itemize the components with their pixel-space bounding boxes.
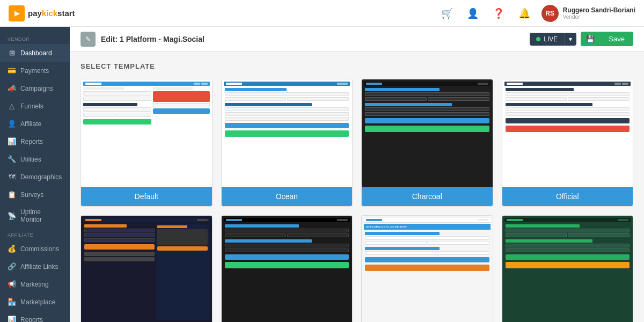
user-role: Vendor	[563, 14, 635, 20]
reports-icon: 📊	[8, 137, 16, 145]
template-preview-distinct: Get PressPlay v2.0 For Just USD $52.00	[362, 216, 493, 322]
sub-header-left: ✎ Edit: 1 Platform - Magi.Social	[80, 32, 204, 47]
template-label-ocean[interactable]: Ocean	[222, 187, 353, 206]
sidebar-item-label: Reports	[20, 138, 43, 145]
template-preview-official	[502, 79, 633, 187]
sidebar-item-marketplace[interactable]: 🏪 Marketplace	[0, 293, 70, 311]
template-preview-charcoal	[362, 79, 493, 187]
avatar: RS	[541, 5, 559, 22]
header-icons: 🛒 👤 ❓ 🔔 RS Ruggero Sandri-Boriani Vendor	[438, 5, 635, 22]
sidebar-item-affiliate[interactable]: 👤 Affiliate	[0, 115, 70, 133]
sidebar-item-demographics[interactable]: 🗺 Demographics	[0, 168, 70, 186]
template-preview-forest	[502, 216, 633, 322]
sidebar-item-label: Commissions	[20, 245, 59, 253]
live-label: LIVE	[544, 35, 558, 43]
template-card-kale[interactable]: Kale	[221, 215, 353, 322]
sidebar-item-label: Campaigns	[20, 85, 53, 92]
sub-header-right: LIVE ▾ 💾 Save	[530, 32, 633, 46]
main-content: ✎ Edit: 1 Platform - Magi.Social LIVE ▾ …	[70, 27, 644, 322]
sidebar-item-label: Funnels	[20, 103, 43, 110]
payments-icon: 💳	[8, 67, 16, 75]
template-label-official[interactable]: Official	[502, 187, 633, 206]
main-layout: Vendor ⊞ Dashboard 💳 Payments 📣 Campaign…	[0, 27, 644, 322]
template-card-official[interactable]: Official	[502, 79, 634, 207]
marketplace-icon: 🏪	[8, 298, 16, 306]
sidebar-item-label: Marketplace	[20, 298, 55, 306]
live-badge[interactable]: LIVE	[530, 33, 564, 46]
sidebar-item-reports[interactable]: 📊 Reports	[0, 133, 70, 150]
page-edit-icon: ✎	[80, 32, 96, 47]
sidebar-item-affiliate-links[interactable]: 🔗 Affiliate Links	[0, 258, 70, 275]
user-area[interactable]: RS Ruggero Sandri-Boriani Vendor	[541, 5, 635, 22]
template-card-distinct[interactable]: Get PressPlay v2.0 For Just USD $52.00	[361, 215, 493, 322]
logo-text: paykickstart	[28, 9, 75, 18]
app-header: ▶ paykickstart 🛒 👤 ❓ 🔔 RS Ruggero Sandri…	[0, 0, 644, 27]
sidebar-item-label: Demographics	[20, 173, 62, 181]
template-card-charcoal[interactable]: Charcoal	[361, 79, 493, 207]
sidebar-item-label: Surveys	[20, 191, 43, 199]
commissions-icon: 💰	[8, 245, 16, 253]
template-preview-kale	[222, 216, 353, 322]
save-button[interactable]: Save	[600, 32, 633, 46]
sub-header: ✎ Edit: 1 Platform - Magi.Social LIVE ▾ …	[70, 27, 644, 52]
sidebar-item-payments[interactable]: 💳 Payments	[0, 62, 70, 79]
live-dropdown-button[interactable]: ▾	[564, 33, 576, 46]
template-preview-default	[81, 79, 212, 187]
funnels-icon: △	[8, 102, 16, 110]
marketing-icon: 📢	[8, 280, 16, 288]
template-card-default[interactable]: Default	[80, 79, 213, 207]
vendor-section-label: Vendor	[0, 32, 70, 44]
template-card-forest[interactable]: Forest	[502, 215, 634, 322]
template-card-ocean[interactable]: Ocean	[221, 79, 353, 207]
utilities-icon: 🔧	[8, 155, 16, 163]
campaigns-icon: 📣	[8, 84, 16, 92]
sidebar-item-uptime-monitor[interactable]: 📡 Uptime Monitor	[0, 203, 70, 228]
user-name: Ruggero Sandri-Boriani	[563, 6, 635, 14]
templates-grid: Default	[80, 79, 633, 322]
sidebar-item-commissions[interactable]: 💰 Commissions	[0, 240, 70, 258]
template-preview-ocean	[222, 79, 353, 187]
template-card-vienna[interactable]: Vienna	[80, 215, 213, 322]
sidebar-item-label: Marketing	[20, 281, 49, 288]
template-label-default[interactable]: Default	[81, 187, 212, 206]
sidebar-item-surveys[interactable]: 📋 Surveys	[0, 186, 70, 203]
sidebar-item-affiliate-reports[interactable]: 📊 Reports	[0, 311, 70, 322]
user-icon[interactable]: 👤	[464, 5, 481, 22]
help-icon[interactable]: ❓	[490, 5, 507, 22]
sidebar: Vendor ⊞ Dashboard 💳 Payments 📣 Campaign…	[0, 27, 70, 322]
save-icon-button[interactable]: 💾	[581, 32, 600, 46]
sidebar-item-label: Payments	[20, 67, 49, 75]
logo[interactable]: ▶ paykickstart	[9, 5, 75, 21]
user-info: Ruggero Sandri-Boriani Vendor	[563, 6, 635, 20]
affiliate-links-icon: 🔗	[8, 262, 16, 270]
sidebar-item-label: Affiliate	[20, 120, 41, 128]
template-preview-vienna	[81, 216, 212, 322]
affiliate-section-label: Affiliate	[0, 228, 70, 240]
sidebar-item-campaigns[interactable]: 📣 Campaigns	[0, 79, 70, 97]
dashboard-icon: ⊞	[8, 49, 16, 57]
section-title: SELECT TEMPLATE	[80, 62, 633, 70]
sidebar-item-label: Reports	[20, 316, 43, 323]
template-area: SELECT TEMPLATE	[70, 52, 644, 322]
logo-icon: ▶	[9, 5, 25, 21]
template-label-charcoal[interactable]: Charcoal	[362, 187, 493, 206]
surveys-icon: 📋	[8, 191, 16, 199]
affiliate-icon: 👤	[8, 120, 16, 128]
demographics-icon: 🗺	[8, 173, 16, 181]
sidebar-item-funnels[interactable]: △ Funnels	[0, 97, 70, 115]
logo-area: ▶ paykickstart	[9, 5, 75, 21]
save-button-group: 💾 Save	[581, 32, 633, 46]
uptime-icon: 📡	[8, 212, 16, 220]
sidebar-item-marketing[interactable]: 📢 Marketing	[0, 275, 70, 293]
cart-icon[interactable]: 🛒	[438, 5, 456, 22]
sidebar-item-label: Utilities	[20, 156, 41, 163]
live-dot	[536, 37, 540, 41]
sidebar-item-dashboard[interactable]: ⊞ Dashboard	[0, 44, 70, 62]
sidebar-item-utilities[interactable]: 🔧 Utilities	[0, 150, 70, 168]
sidebar-item-label: Dashboard	[20, 49, 52, 57]
page-title: Edit: 1 Platform - Magi.Social	[101, 35, 204, 43]
live-button-group: LIVE ▾	[530, 33, 576, 46]
notifications-icon[interactable]: 🔔	[516, 5, 533, 22]
sidebar-item-label: Uptime Monitor	[20, 208, 62, 223]
sidebar-item-label: Affiliate Links	[20, 263, 58, 270]
